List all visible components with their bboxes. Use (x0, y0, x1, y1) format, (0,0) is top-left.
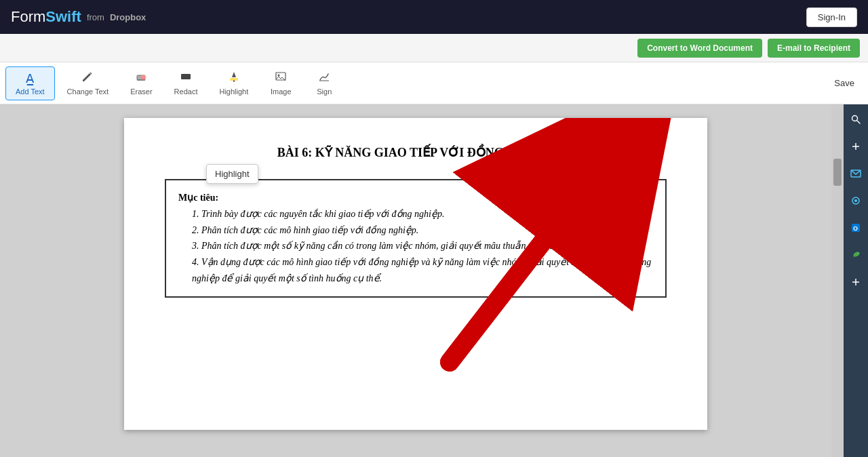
image-icon (275, 71, 287, 86)
side-plus-icon[interactable] (846, 137, 865, 156)
sign-icon (318, 71, 330, 86)
document-area: Highlight BÀI 6: KỸ NĂNG GIAO TIẾP (0, 104, 831, 457)
action-bar: Convert to Word Document E-mail to Recip… (0, 34, 868, 62)
redact-label: Redact (174, 87, 198, 96)
side-panel: O (844, 104, 868, 457)
logo-form: Form (11, 8, 45, 25)
change-text-icon (81, 71, 94, 86)
document-box: Mục tiêu: 1. Trình bày được các nguyên t… (165, 179, 667, 298)
toolbar-image[interactable]: Image (260, 66, 301, 100)
toolbar-highlight[interactable]: Highlight (210, 66, 258, 100)
highlight-icon (228, 71, 240, 86)
side-leaf-icon[interactable] (846, 245, 865, 264)
eraser-label: Eraser (130, 87, 152, 96)
highlight-tooltip: Highlight (206, 164, 258, 184)
svg-point-20 (854, 199, 857, 202)
logo-from-label: from (87, 12, 104, 22)
signin-button[interactable]: Sign-In (806, 7, 857, 27)
svg-point-7 (278, 75, 280, 77)
highlight-label: Highlight (219, 87, 248, 96)
redact-icon (180, 71, 192, 86)
toolbar-add-text[interactable]: A̲ Add Text (5, 66, 55, 100)
toolbar-change-text[interactable]: Change Text (58, 66, 119, 100)
svg-text:O: O (853, 225, 858, 232)
side-circle-blue-icon[interactable] (846, 191, 865, 210)
toolbar-sign[interactable]: Sign (304, 66, 344, 100)
doc-item-4: 4. Vận dụng được các mô hình giao tiếp v… (192, 254, 653, 287)
add-text-label: Add Text (16, 87, 45, 96)
main-layout: Highlight BÀI 6: KỸ NĂNG GIAO TIẾP (0, 104, 868, 457)
change-text-label: Change Text (67, 87, 109, 96)
email-recipient-button[interactable]: E-mail to Recipient (768, 39, 860, 58)
doc-item-2: 2. Phân tích được các mô hình giao tiếp … (192, 222, 653, 239)
toolbar: A̲ Add Text Change Text Eraser Redact Hi… (0, 62, 868, 104)
image-label: Image (271, 87, 292, 96)
logo-dropbox: Dropbox (110, 12, 146, 22)
side-mail-icon[interactable] (846, 164, 865, 183)
svg-rect-5 (233, 80, 235, 82)
convert-word-button[interactable]: Convert to Word Document (637, 39, 762, 58)
logo-swift: Swift (45, 8, 81, 25)
toolbar-redact[interactable]: Redact (165, 66, 208, 100)
scrollbar-thumb[interactable] (833, 159, 842, 186)
toolbar-eraser[interactable]: Eraser (121, 66, 161, 100)
navbar-right: Sign-In (806, 7, 857, 27)
doc-item-1: 1. Trình bày được các nguyên tắc khi gia… (192, 206, 653, 222)
scrollbar[interactable] (831, 104, 844, 457)
add-text-icon: A̲ (26, 71, 34, 86)
save-button[interactable]: Save (826, 74, 863, 92)
navbar: FormSwift from Dropbox Sign-In (0, 0, 868, 34)
svg-rect-1 (141, 75, 145, 80)
side-outlook-icon[interactable]: O (846, 218, 865, 237)
svg-point-14 (852, 116, 858, 121)
side-search-icon[interactable] (846, 110, 865, 129)
document-title: BÀI 6: KỸ NĂNG GIAO TIẾP VỚI ĐỒNG NGHIỆP (165, 145, 667, 160)
doc-item-3: 3. Phân tích được một số kỹ năng cần có … (192, 238, 653, 254)
logo-area: FormSwift from Dropbox (11, 8, 146, 26)
side-add-icon[interactable] (846, 273, 865, 292)
svg-line-15 (857, 121, 860, 123)
logo: FormSwift (11, 8, 81, 26)
box-heading: Mục tiêu: (178, 193, 218, 203)
sign-label: Sign (317, 87, 332, 96)
eraser-icon (135, 71, 147, 86)
svg-rect-3 (181, 74, 191, 79)
